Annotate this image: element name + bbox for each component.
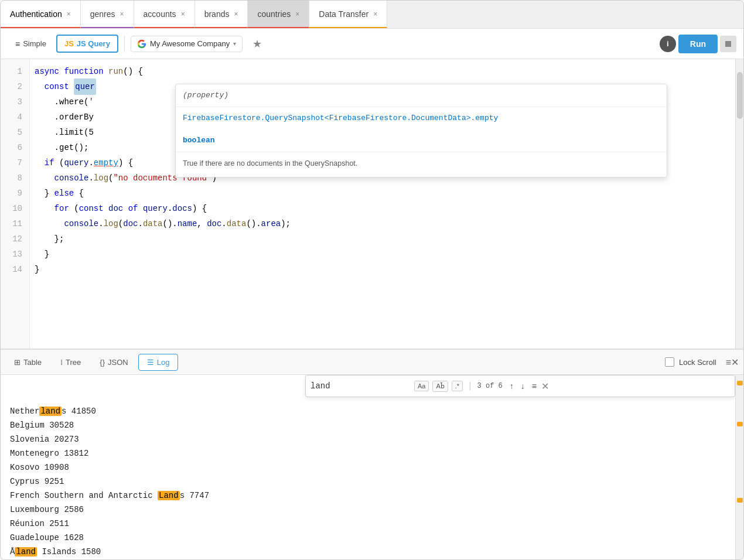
search-options: Aa Ab̄ .* — [414, 381, 463, 392]
log-scrollbar[interactable] — [735, 375, 743, 559]
regex-button[interactable]: .* — [452, 381, 463, 391]
db-selector[interactable]: My Awesome Company ▾ — [131, 36, 243, 52]
close-icon[interactable]: × — [67, 10, 71, 18]
query-mode-button[interactable]: JS JS Query — [56, 35, 118, 53]
tab-data-transfer[interactable]: Data Transfer × — [309, 1, 387, 28]
scroll-marker-1 — [737, 381, 743, 385]
scroll-marker-3 — [737, 498, 743, 503]
json-icon: {} — [100, 358, 105, 367]
tab-label: brands — [204, 9, 230, 19]
autocomplete-boolean-row: boolean — [176, 129, 667, 152]
close-icon[interactable]: × — [120, 10, 124, 18]
tab-table-label: Table — [23, 358, 42, 367]
run-button[interactable]: Run — [678, 35, 718, 53]
autocomplete-param-row[interactable]: (property) — [176, 84, 667, 107]
search-bar: Aa Ab̄ .* | 3 of 6 ↑ ↓ ≡ ✕ — [305, 375, 735, 397]
js-icon: JS — [64, 39, 74, 48]
tree-icon: ⁞ — [60, 358, 63, 367]
db-name: My Awesome Company — [150, 39, 230, 48]
case-sensitive-button[interactable]: Aa — [414, 381, 429, 391]
log-row: French Southern and Antarctic Lands 7747 — [10, 489, 726, 503]
list-icon: ≡ — [15, 39, 20, 49]
favorite-button[interactable]: ★ — [245, 33, 269, 54]
log-content-area: Aa Ab̄ .* | 3 of 6 ↑ ↓ ≡ ✕ Netherlands 4… — [1, 375, 743, 559]
toolbar-separator — [124, 36, 125, 52]
search-separator: | — [467, 379, 472, 393]
autocomplete-boolean: boolean — [183, 133, 215, 148]
log-row: Cyprus 9251 — [10, 474, 726, 489]
log-row: Belgium 30528 — [10, 418, 726, 432]
tabs-bar: Authentication × genres × accounts × bra… — [1, 1, 743, 29]
query-label: JS Query — [77, 39, 110, 48]
tab-label: accounts — [144, 9, 176, 19]
search-next-button[interactable]: ↓ — [518, 381, 527, 392]
editor-scrollbar[interactable] — [735, 59, 743, 349]
lock-scroll-checkbox[interactable] — [665, 357, 674, 367]
search-navigation: ↑ ↓ ≡ ✕ — [507, 381, 549, 392]
tab-label: Authentication — [10, 9, 62, 19]
code-line-13: } — [35, 247, 735, 262]
tab-log[interactable]: ☰ Log — [138, 354, 179, 371]
google-icon — [137, 39, 146, 49]
autocomplete-param: (property) — [183, 88, 228, 103]
stop-button[interactable] — [720, 36, 736, 52]
tab-table[interactable]: ⊞ Table — [5, 354, 50, 371]
close-icon[interactable]: × — [181, 10, 185, 18]
tab-label: Data Transfer — [319, 9, 368, 19]
close-icon[interactable]: × — [234, 10, 238, 18]
filter-lines-icon[interactable]: ≡✕ — [726, 357, 739, 368]
info-button[interactable]: i — [660, 36, 676, 52]
tab-countries[interactable]: countries × — [248, 1, 309, 28]
search-prev-button[interactable]: ↑ — [507, 381, 516, 392]
scrollbar-thumb — [737, 72, 743, 119]
toolbar: ≡ Simple JS JS Query My Awesome Company … — [1, 29, 743, 59]
info-icon: i — [667, 39, 669, 48]
tab-brands[interactable]: brands × — [195, 1, 248, 28]
lock-scroll-area: Lock Scroll ≡✕ — [665, 357, 739, 368]
code-lines[interactable]: async function run() { const quer .where… — [30, 59, 735, 349]
tab-authentication[interactable]: Authentication × — [1, 1, 81, 28]
log-row: Kosovo 10908 — [10, 460, 726, 474]
close-icon[interactable]: × — [373, 10, 377, 18]
log-icon: ☰ — [147, 358, 154, 367]
whole-word-button[interactable]: Ab̄ — [432, 381, 448, 392]
search-close-button[interactable]: ✕ — [541, 381, 549, 392]
tab-tree[interactable]: ⁞ Tree — [52, 354, 90, 371]
autocomplete-type-row[interactable]: FirebaseFirestore.QuerySnapshot<Firebase… — [176, 107, 667, 129]
log-row: Netherlands 41850 — [10, 404, 726, 418]
lock-scroll-label: Lock Scroll — [679, 358, 716, 367]
code-editor[interactable]: 1 2 3 4 5 6 7 8 9 10 11 12 13 14 async f… — [1, 59, 743, 349]
log-area[interactable]: Aa Ab̄ .* | 3 of 6 ↑ ↓ ≡ ✕ Netherlands 4… — [1, 375, 735, 559]
highlight-lands: Land — [158, 491, 180, 500]
log-row: Slovenia 20273 — [10, 432, 726, 446]
tab-genres[interactable]: genres × — [81, 1, 134, 28]
tab-tree-label: Tree — [66, 358, 81, 367]
tab-label: countries — [257, 9, 291, 19]
search-count: 3 of 6 — [477, 379, 503, 393]
log-row: Guadeloupe 1628 — [10, 531, 726, 545]
dropdown-chevron-icon: ▾ — [233, 40, 236, 47]
tab-label: genres — [90, 9, 115, 19]
highlight-netherlands-land: land — [39, 407, 62, 416]
autocomplete-popup[interactable]: (property) FirebaseFirestore.QuerySnapsh… — [175, 84, 667, 177]
scroll-marker-2 — [737, 422, 743, 426]
close-icon[interactable]: × — [295, 10, 299, 18]
autocomplete-description: True if there are no documents in the Qu… — [176, 152, 667, 177]
code-line-12: }; — [35, 231, 735, 247]
tab-json[interactable]: {} JSON — [91, 354, 136, 371]
simple-mode-button[interactable]: ≡ Simple — [8, 35, 54, 53]
line-numbers: 1 2 3 4 5 6 7 8 9 10 11 12 13 14 — [1, 59, 30, 349]
tab-log-label: Log — [157, 358, 170, 367]
code-line-10: for (const doc of query.docs) { — [35, 201, 735, 216]
search-input[interactable] — [310, 381, 409, 391]
log-row: Réunion 2511 — [10, 517, 726, 531]
search-lines-button[interactable]: ≡ — [530, 381, 539, 392]
code-line-14: } — [35, 262, 735, 277]
star-icon: ★ — [252, 37, 262, 50]
highlight-aland: land — [15, 547, 37, 556]
editor-area: 1 2 3 4 5 6 7 8 9 10 11 12 13 14 async f… — [1, 59, 743, 349]
tab-accounts[interactable]: accounts × — [134, 1, 195, 28]
bottom-tabs-bar: ⊞ Table ⁞ Tree {} JSON ☰ Log Lock Scroll… — [1, 349, 743, 375]
log-row: Montenegro 13812 — [10, 446, 726, 460]
bottom-panel: ⊞ Table ⁞ Tree {} JSON ☰ Log Lock Scroll… — [1, 349, 743, 559]
